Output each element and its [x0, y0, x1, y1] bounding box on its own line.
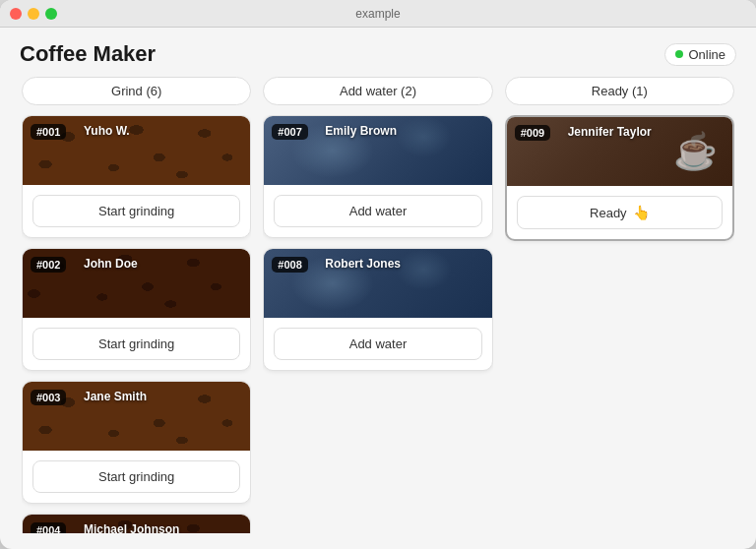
column-grind-header: Grind (6) — [22, 77, 251, 105]
card-004: #004 Michael Johnson — [22, 514, 251, 533]
card-004-image: #004 Michael Johnson — [23, 515, 250, 533]
status-dot-icon — [675, 50, 683, 58]
column-ready-header: Ready (1) — [505, 77, 734, 105]
close-button[interactable] — [10, 8, 22, 20]
traffic-lights — [10, 8, 57, 20]
card-003-name: Jane Smith — [84, 390, 147, 403]
card-007-badge: #007 — [272, 124, 307, 140]
app-header: Coffee Maker Online — [0, 28, 756, 77]
card-001-image: #001 Yuho W. — [23, 116, 250, 185]
card-003: #003 Jane Smith Start grinding — [22, 381, 251, 504]
card-007-name: Emily Brown — [325, 124, 397, 138]
card-002-badge: #002 — [31, 257, 66, 273]
card-002-name: John Doe — [84, 257, 138, 271]
status-badge: Online — [664, 43, 736, 66]
minimize-button[interactable] — [28, 8, 39, 20]
window-title: example — [355, 7, 400, 21]
card-009-action: Ready 👆 — [507, 186, 732, 239]
card-001: #001 Yuho W. Start grinding — [22, 115, 251, 238]
column-grind-cards: #001 Yuho W. Start grinding #002 John Do… — [22, 115, 251, 533]
column-add-water: Add water (2) #007 Emily Brown Add water — [257, 77, 498, 533]
card-009: #009 Jennifer Taylor Ready 👆 — [505, 115, 734, 241]
column-ready-cards: #009 Jennifer Taylor Ready 👆 — [505, 115, 734, 533]
card-001-button[interactable]: Start grinding — [32, 195, 240, 227]
card-009-action-label: Ready — [590, 206, 627, 220]
card-008-button[interactable]: Add water — [274, 328, 481, 360]
card-003-badge: #003 — [31, 390, 66, 405]
card-008-name: Robert Jones — [325, 257, 401, 271]
card-003-image: #003 Jane Smith — [23, 382, 250, 451]
card-002-action: Start grinding — [23, 318, 250, 370]
card-003-button[interactable]: Start grinding — [32, 460, 240, 493]
cursor-icon: 👆 — [633, 205, 650, 220]
column-add-water-header: Add water (2) — [263, 77, 492, 105]
status-label: Online — [688, 47, 725, 62]
card-009-button[interactable]: Ready 👆 — [517, 196, 723, 229]
card-002-image: #002 John Doe — [23, 249, 250, 318]
card-004-badge: #004 — [31, 522, 66, 533]
maximize-button[interactable] — [45, 8, 57, 20]
card-008-image: #008 Robert Jones — [264, 249, 491, 318]
card-004-name: Michael Johnson — [84, 522, 179, 533]
card-008-action: Add water — [264, 318, 491, 370]
card-007-button[interactable]: Add water — [274, 195, 481, 227]
card-007-image: #007 Emily Brown — [264, 116, 491, 185]
card-001-action: Start grinding — [23, 185, 250, 237]
card-008-badge: #008 — [272, 257, 307, 273]
card-007: #007 Emily Brown Add water — [263, 115, 492, 238]
column-grind: Grind (6) #001 Yuho W. Start grinding — [16, 77, 257, 533]
card-009-name: Jennifer Taylor — [568, 125, 652, 139]
card-008: #008 Robert Jones Add water — [263, 248, 492, 371]
app-window: example Coffee Maker Online Grind (6) #0… — [0, 0, 756, 549]
card-002: #002 John Doe Start grinding — [22, 248, 251, 371]
titlebar: example — [0, 0, 756, 28]
card-003-action: Start grinding — [23, 451, 250, 503]
card-001-badge: #001 — [31, 124, 66, 140]
card-007-action: Add water — [264, 185, 491, 237]
card-001-name: Yuho W. — [84, 124, 130, 138]
card-009-image: #009 Jennifer Taylor — [507, 117, 732, 186]
card-002-button[interactable]: Start grinding — [32, 328, 240, 360]
columns-container: Grind (6) #001 Yuho W. Start grinding — [0, 77, 756, 549]
column-ready: Ready (1) #009 Jennifer Taylor Ready 👆 — [499, 77, 740, 533]
app-title: Coffee Maker — [20, 41, 156, 67]
column-add-water-cards: #007 Emily Brown Add water #008 Robert J… — [263, 115, 492, 533]
card-009-badge: #009 — [515, 125, 550, 141]
